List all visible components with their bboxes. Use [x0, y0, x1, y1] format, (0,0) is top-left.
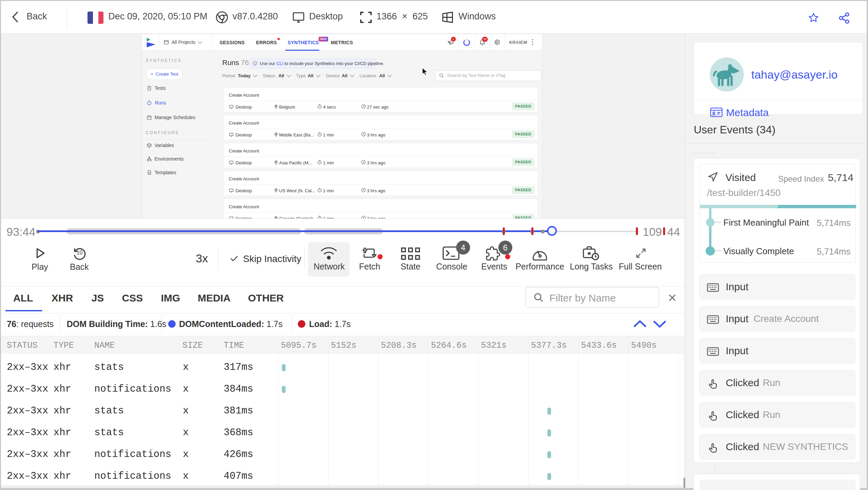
svg-text:10: 10: [77, 250, 83, 256]
